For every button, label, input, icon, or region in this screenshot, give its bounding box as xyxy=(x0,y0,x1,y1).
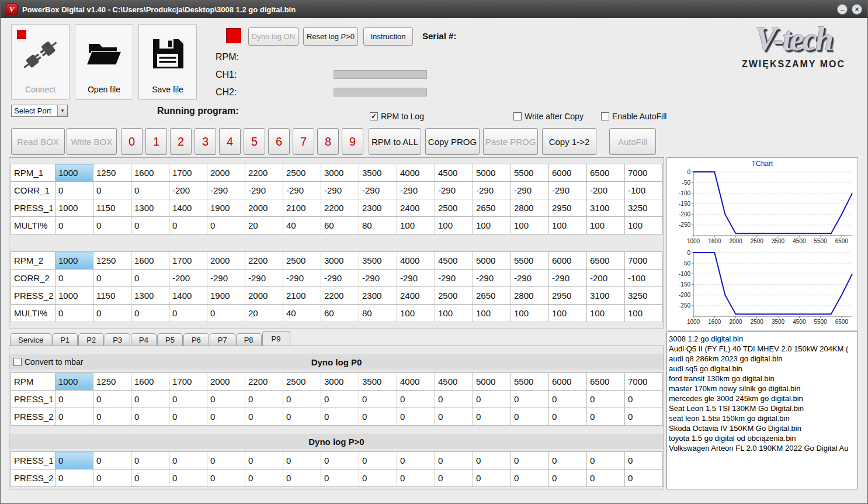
table-cell[interactable]: 100 xyxy=(473,305,511,322)
rpm-to-log-checkbox[interactable]: RPM to Log xyxy=(370,112,424,121)
table-cell[interactable]: 0 xyxy=(55,452,93,470)
table-cell[interactable]: 0 xyxy=(321,391,359,408)
table-cell[interactable]: 1400 xyxy=(169,287,207,305)
table-cell[interactable]: 0 xyxy=(93,452,131,470)
file-list-item[interactable]: audi sq5 go digital.bin xyxy=(667,364,857,374)
table-cell[interactable]: 100 xyxy=(549,305,587,322)
tab-p6[interactable]: P6 xyxy=(183,333,209,346)
table-cell[interactable]: 0 xyxy=(93,408,131,426)
table-cell[interactable]: 0 xyxy=(55,305,93,322)
table-cell[interactable]: 0 xyxy=(131,408,169,426)
table-cell[interactable]: 0 xyxy=(625,408,663,426)
file-list-item[interactable]: Seat Leon 1.5 TSI 130KM Go Digital.bin xyxy=(667,403,857,413)
table-cell[interactable]: 7000 xyxy=(625,373,663,391)
table-cell[interactable]: 2500 xyxy=(435,287,473,305)
table-cell[interactable]: -290 xyxy=(511,270,549,287)
port-select[interactable]: Select Port ▼ xyxy=(11,105,68,117)
connect-button[interactable]: Connect xyxy=(11,24,70,100)
table-cell[interactable]: 60 xyxy=(321,305,359,322)
table-cell[interactable]: 0 xyxy=(55,182,93,199)
table-cell[interactable]: 2100 xyxy=(283,287,321,305)
table-cell[interactable]: 4500 xyxy=(435,252,473,270)
table-cell[interactable]: -290 xyxy=(321,182,359,199)
table-cell[interactable]: 1150 xyxy=(93,199,131,217)
file-list-item[interactable]: Volkswagen Arteon FL 2.0 190KM 2022 Go D… xyxy=(667,443,857,453)
digit-button-4[interactable]: 4 xyxy=(219,128,241,155)
tab-p3[interactable]: P3 xyxy=(105,333,130,346)
paste-prog-button[interactable]: Paste PROG xyxy=(483,128,538,155)
table-cell[interactable]: 4000 xyxy=(397,252,435,270)
table-cell[interactable]: 0 xyxy=(321,408,359,426)
table-cell[interactable]: 0 xyxy=(55,470,93,487)
table-cell[interactable]: 5500 xyxy=(511,164,549,182)
table-cell[interactable]: 0 xyxy=(435,408,473,426)
table-cell[interactable]: 2200 xyxy=(245,164,283,182)
table-cell[interactable]: 0 xyxy=(473,391,511,408)
digit-button-7[interactable]: 7 xyxy=(293,128,314,155)
convert-to-mbar-checkbox[interactable]: Convert to mbar xyxy=(13,357,83,367)
table-cell[interactable]: 0 xyxy=(625,391,663,408)
table-cell[interactable]: 1900 xyxy=(207,199,245,217)
table-cell[interactable]: 4000 xyxy=(397,164,435,182)
file-list-item[interactable]: Skoda Octavia IV 150KM Go Digital.bin xyxy=(667,423,857,433)
table-cell[interactable]: 2200 xyxy=(245,252,283,270)
table-cell[interactable]: 0 xyxy=(245,452,283,470)
table-cell[interactable]: -290 xyxy=(359,270,397,287)
table-cell[interactable]: 100 xyxy=(511,305,549,322)
table-cell[interactable]: 0 xyxy=(55,408,93,426)
table-cell[interactable]: 2200 xyxy=(321,287,359,305)
copy-1-to-2-button[interactable]: Copy 1->2 xyxy=(542,128,596,155)
table-cell[interactable]: 1300 xyxy=(131,287,169,305)
table-cell[interactable]: 0 xyxy=(93,270,131,287)
table-cell[interactable]: 0 xyxy=(549,470,587,487)
write-box-button[interactable]: Write BOX xyxy=(67,128,117,155)
table-cell[interactable]: 1300 xyxy=(131,199,169,217)
table-cell[interactable]: 4000 xyxy=(397,373,435,391)
table-cell[interactable]: 2000 xyxy=(207,164,245,182)
table-cell[interactable]: 0 xyxy=(511,470,549,487)
table-cell[interactable]: 0 xyxy=(625,470,663,487)
table-cell[interactable]: 100 xyxy=(435,217,473,234)
table-cell[interactable]: -290 xyxy=(435,182,473,199)
table-cell[interactable]: 2500 xyxy=(435,199,473,217)
table-cell[interactable]: 0 xyxy=(131,452,169,470)
table-cell[interactable]: 0 xyxy=(587,408,625,426)
table-cell[interactable]: 3100 xyxy=(587,199,625,217)
table-cell[interactable]: 2950 xyxy=(549,199,587,217)
save-file-button[interactable]: Save file xyxy=(138,24,197,100)
table-cell[interactable]: 0 xyxy=(587,391,625,408)
table-cell[interactable]: 0 xyxy=(93,217,131,234)
table-cell[interactable]: 1600 xyxy=(131,252,169,270)
table-cell[interactable]: 2800 xyxy=(511,199,549,217)
table-cell[interactable]: 0 xyxy=(131,305,169,322)
table-cell[interactable]: 4500 xyxy=(435,373,473,391)
table-cell[interactable]: 0 xyxy=(435,452,473,470)
table-cell[interactable]: 100 xyxy=(587,305,625,322)
table-cell[interactable]: -100 xyxy=(625,270,663,287)
file-list-item[interactable]: 3008 1.2 go digital.bin xyxy=(667,334,857,344)
table-cell[interactable]: 2000 xyxy=(245,199,283,217)
table-cell[interactable]: 5500 xyxy=(511,373,549,391)
table-cell[interactable]: -290 xyxy=(245,270,283,287)
table-cell[interactable]: -200 xyxy=(169,270,207,287)
table-cell[interactable]: 20 xyxy=(245,305,283,322)
copy-prog-button[interactable]: Copy PROG xyxy=(425,128,480,155)
table-cell[interactable]: 0 xyxy=(283,452,321,470)
table-cell[interactable]: 1600 xyxy=(131,373,169,391)
table-cell[interactable]: 2000 xyxy=(207,373,245,391)
table-cell[interactable]: 1400 xyxy=(169,199,207,217)
table-cell[interactable]: 0 xyxy=(131,391,169,408)
table-cell[interactable]: 0 xyxy=(169,391,207,408)
table-cell[interactable]: 1250 xyxy=(93,164,131,182)
table-cell[interactable]: 3500 xyxy=(359,164,397,182)
table-cell[interactable]: -290 xyxy=(473,270,511,287)
file-list-item[interactable]: master 170km nowy silnik go digital.bin xyxy=(667,384,857,393)
table-cell[interactable]: 0 xyxy=(131,270,169,287)
instruction-button[interactable]: Instruction xyxy=(363,27,413,46)
table-cell[interactable]: 0 xyxy=(207,452,245,470)
table-cell[interactable]: -290 xyxy=(397,270,435,287)
table-cell[interactable]: 80 xyxy=(359,217,397,234)
dyno-log-on-button[interactable]: Dyno log ON xyxy=(248,27,298,46)
table-cell[interactable]: 2300 xyxy=(359,287,397,305)
table-cell[interactable]: 6500 xyxy=(587,252,625,270)
